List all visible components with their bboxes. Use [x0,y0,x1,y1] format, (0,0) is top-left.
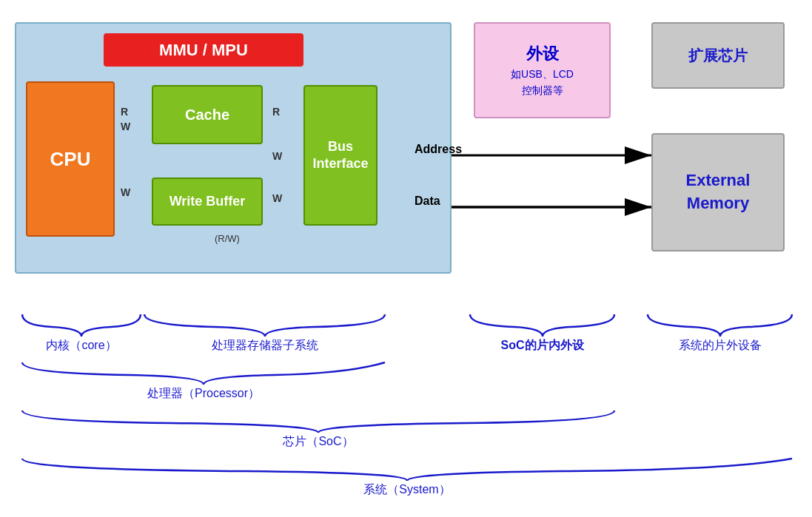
data-label: Data [415,195,440,208]
cache-box: Cache [152,85,263,144]
system-peripheral-label: 系统的片外设备 [648,338,792,354]
label-w-cache-bus: W [272,150,282,162]
label-w-cpu-wb: W [121,186,130,198]
label-r-cache-bus: R [272,106,280,118]
main-container: MMU / MPU CPU Cache Write Buffer BusInte… [7,7,805,514]
peripheral-title: 外设 [526,43,559,65]
label-w-cpu-cache: W [121,121,130,132]
write-buffer-box: Write Buffer [152,178,263,226]
peripheral-box: 外设 如USB、LCD 控制器等 [474,22,611,118]
cache-label: Cache [185,107,229,124]
label-w-wb-bus: W [272,192,282,204]
core-label: 内核（core） [22,338,141,354]
write-buffer-label: Write Buffer [170,194,246,209]
chip-label: 芯片（SoC） [22,434,614,450]
external-memory-label: ExternalMemory [686,169,751,215]
mmu-label: MMU / MPU [159,41,248,60]
mmu-box: MMU / MPU [104,33,303,67]
bus-interface-label: BusInterface [312,138,368,173]
processor-memory-label: 处理器存储器子系统 [144,338,385,354]
expansion-chip-box: 扩展芯片 [651,22,785,89]
soc-peripheral-label: SoC的片内外设 [470,338,614,354]
processor-label: 处理器（Processor） [22,386,385,402]
peripheral-subtitle1: 如USB、LCD [511,68,574,81]
bus-interface-box: BusInterface [303,85,378,226]
address-label: Address [415,143,462,156]
rw-label: (R/W) [215,233,240,244]
external-memory-box: ExternalMemory [651,133,785,251]
system-label: 系统（System） [22,482,792,498]
label-r-cpu-cache: R [121,106,128,118]
cpu-label: CPU [50,148,91,171]
peripheral-subtitle2: 控制器等 [522,84,563,98]
cpu-box: CPU [26,81,115,237]
expansion-chip-label: 扩展芯片 [688,46,748,66]
